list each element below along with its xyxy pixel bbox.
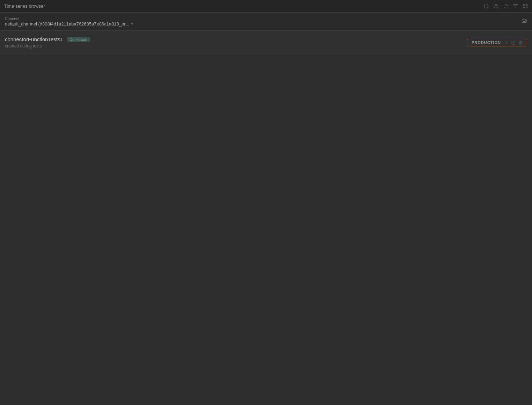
top-bar-icons <box>484 4 528 9</box>
item-title-row: connectorFunctionTests1 Collection <box>5 36 90 42</box>
chevron-down-icon: ▾ <box>131 22 133 26</box>
svg-rect-2 <box>523 4 525 6</box>
production-label: PRODUCTION <box>472 40 501 45</box>
help-svg <box>494 4 498 9</box>
keyboard-shortcut-icon[interactable] <box>522 18 527 25</box>
help-icon[interactable] <box>494 4 498 9</box>
refresh-icon[interactable] <box>503 4 508 9</box>
channel-label: Channel <box>5 16 133 21</box>
export-icon[interactable] <box>484 4 489 9</box>
filter-icon[interactable] <box>513 4 518 9</box>
user-svg <box>504 40 509 45</box>
svg-point-0 <box>494 4 498 8</box>
settings-icon[interactable] <box>523 4 528 9</box>
main-content <box>0 54 532 405</box>
top-bar: Time series browser <box>0 0 532 13</box>
channel-info: Channel default_channel (d308f4d1a211aba… <box>5 16 133 27</box>
app-title: Time series browser <box>4 3 45 9</box>
delete-svg <box>518 40 523 45</box>
svg-rect-5 <box>526 7 527 8</box>
keyboard-svg <box>522 18 527 24</box>
svg-marker-1 <box>513 4 518 8</box>
svg-rect-4 <box>523 7 525 8</box>
item-right: PRODUCTION <box>467 39 527 46</box>
channel-bar-right <box>522 18 527 25</box>
settings-svg <box>523 4 528 9</box>
channel-value-text: default_channel (d308f4d1a211aba762635a7… <box>5 21 129 27</box>
svg-rect-6 <box>522 20 526 23</box>
item-subtitle: created during tests <box>5 44 90 49</box>
production-icons <box>504 40 523 45</box>
user-icon[interactable] <box>504 40 509 45</box>
svg-point-7 <box>506 41 507 42</box>
item-title: connectorFunctionTests1 <box>5 36 63 42</box>
item-left: connectorFunctionTests1 Collection creat… <box>5 36 90 49</box>
channel-selector[interactable]: default_channel (d308f4d1a211aba762635a7… <box>5 21 133 27</box>
refresh-svg <box>503 4 508 9</box>
delete-icon[interactable] <box>518 40 523 45</box>
edit-svg <box>511 40 516 45</box>
svg-rect-3 <box>526 4 527 6</box>
collection-badge: Collection <box>67 37 90 42</box>
filter-svg <box>513 4 518 9</box>
export-svg <box>484 4 489 9</box>
production-environment-box: PRODUCTION <box>467 39 527 46</box>
edit-icon[interactable] <box>511 40 516 45</box>
channel-bar: Channel default_channel (d308f4d1a211aba… <box>0 13 532 31</box>
item-row: connectorFunctionTests1 Collection creat… <box>0 31 532 54</box>
